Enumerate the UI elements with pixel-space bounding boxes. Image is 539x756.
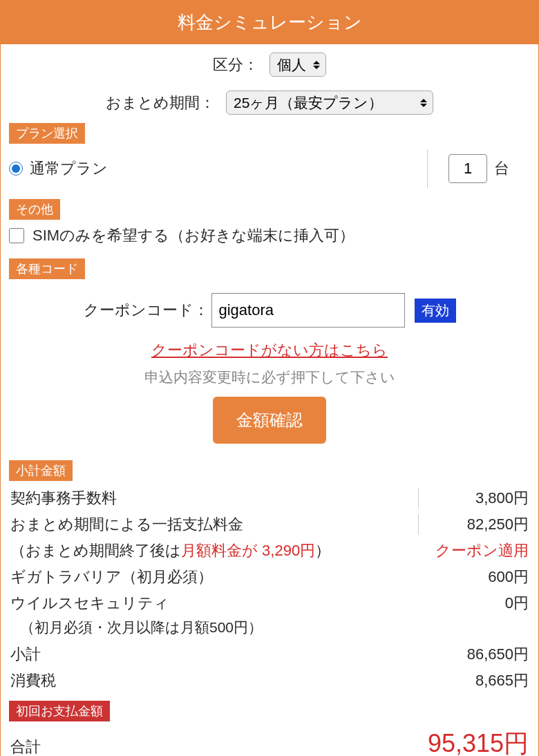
coupon-input[interactable]: [211, 293, 405, 328]
lump-sum-label: おまとめ期間による一括支払料金: [10, 514, 418, 535]
subtotal-label: 小計: [10, 644, 418, 665]
sim-only-label: SIMのみを希望する（お好きな端末に挿入可）: [32, 225, 354, 246]
coupon-applied-text: クーポン適用: [418, 540, 529, 561]
sim-only-checkbox[interactable]: [9, 228, 24, 243]
total-value: 95,315円: [428, 727, 529, 756]
confirm-amount-button[interactable]: 金額確認: [213, 397, 326, 444]
sim-only-row: SIMのみを希望する（お好きな端末に挿入可）: [1, 221, 538, 256]
simulation-panel: 料金シミュレーション 区分： 個人 おまとめ期間： 25ヶ月（最安プラン） プラ…: [0, 0, 539, 756]
virus-label: ウイルスセキュリティ: [10, 593, 418, 614]
coupon-valid-badge: 有効: [415, 299, 456, 323]
subtotal-value: 86,650円: [418, 644, 529, 665]
coupon-row: クーポンコード： 有効: [1, 281, 538, 333]
category-select[interactable]: 個人: [270, 53, 326, 77]
period-row: おまとめ期間： 25ヶ月（最安プラン）: [1, 82, 538, 120]
coupon-label: クーポンコード：: [84, 300, 209, 321]
section-tag-subtotal: 小計金額: [9, 460, 73, 481]
barrier-value: 600円: [418, 567, 529, 587]
category-row: 区分： 個人: [1, 44, 538, 82]
virus-value: 0円: [418, 593, 529, 614]
confirm-note: 申込内容変更時に必ず押下して下さい: [1, 363, 538, 397]
category-label: 区分：: [213, 56, 258, 73]
period-select[interactable]: 25ヶ月（最安プラン）: [226, 91, 433, 115]
plan-normal-radio[interactable]: [9, 162, 23, 176]
section-tag-plan: プラン選択: [9, 123, 85, 144]
admin-fee-label: 契約事務手数料: [10, 488, 418, 509]
tax-value: 8,665円: [418, 670, 529, 691]
plan-normal-label: 通常プラン: [30, 158, 108, 179]
period-label: おまとめ期間：: [106, 94, 215, 111]
quantity-unit: 台: [494, 158, 509, 179]
lump-sum-value: 82,250円: [418, 514, 529, 535]
admin-fee-value: 3,800円: [418, 488, 529, 509]
section-tag-codes: 各種コード: [9, 258, 85, 279]
coupon-help-link[interactable]: クーポンコードがない方はこちら: [151, 341, 388, 359]
barrier-label: ギガトラバリア（初月必須）: [10, 567, 418, 587]
page-title: 料金シミュレーション: [1, 1, 538, 44]
post-period-note: （おまとめ期間終了後は月額料金が 3,290円）: [10, 540, 418, 561]
vertical-divider: [427, 149, 428, 188]
total-label: 合計: [10, 737, 41, 756]
virus-note: （初月必須・次月以降は月額500円）: [10, 616, 529, 641]
tax-label: 消費税: [10, 670, 418, 691]
total-row: 合計 95,315円: [1, 723, 538, 756]
plan-row: 通常プラン 台: [1, 145, 538, 196]
cost-table: 契約事務手数料 3,800円 おまとめ期間による一括支払料金 82,250円 （…: [1, 482, 538, 694]
section-tag-other: その他: [9, 199, 60, 220]
quantity-input[interactable]: [448, 154, 487, 183]
coupon-link-row: クーポンコードがない方はこちら: [1, 333, 538, 363]
section-tag-first-payment: 初回お支払金額: [9, 701, 110, 721]
